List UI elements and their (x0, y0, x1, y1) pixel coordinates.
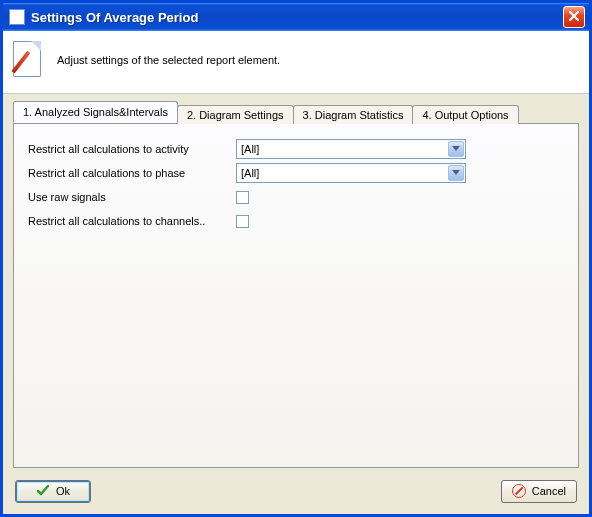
tab-output-options[interactable]: 4. Output Options (412, 105, 518, 124)
ok-button[interactable]: Ok (15, 480, 91, 503)
svg-marker-3 (452, 170, 460, 175)
tab-analyzed-signals[interactable]: 1. Analyzed Signals&Intervals (13, 101, 178, 123)
checkbox-restrict-channels[interactable] (236, 215, 249, 228)
chevron-down-icon (448, 165, 464, 181)
label-use-raw-signals: Use raw signals (28, 191, 236, 203)
button-bar: Ok Cancel (3, 474, 589, 514)
tab-page: Restrict all calculations to activity [A… (13, 123, 579, 468)
row-use-raw-signals: Use raw signals (28, 186, 564, 208)
label-restrict-activity: Restrict all calculations to activity (28, 143, 236, 155)
cancel-button[interactable]: Cancel (501, 480, 577, 503)
tab-diagram-settings[interactable]: 2. Diagram Settings (177, 105, 294, 124)
title-bar: Settings Of Average Period (3, 3, 589, 31)
cancel-icon (512, 484, 526, 498)
row-restrict-channels: Restrict all calculations to channels.. (28, 210, 564, 232)
checkbox-use-raw-signals[interactable] (236, 191, 249, 204)
row-restrict-activity: Restrict all calculations to activity [A… (28, 138, 564, 160)
tab-label: 2. Diagram Settings (187, 109, 284, 121)
dropdown-phase[interactable]: [All] (236, 163, 466, 183)
chevron-down-icon (448, 141, 464, 157)
svg-marker-2 (452, 146, 460, 151)
dropdown-activity-value: [All] (241, 143, 448, 155)
row-restrict-phase: Restrict all calculations to phase [All] (28, 162, 564, 184)
tab-label: 3. Diagram Statistics (303, 109, 404, 121)
label-restrict-channels: Restrict all calculations to channels.. (28, 215, 236, 227)
cancel-button-label: Cancel (532, 485, 566, 497)
app-icon (9, 9, 25, 25)
tab-label: 1. Analyzed Signals&Intervals (23, 106, 168, 118)
header-description: Adjust settings of the selected report e… (57, 54, 280, 66)
body-area: 1. Analyzed Signals&Intervals 2. Diagram… (3, 94, 589, 474)
check-icon (36, 484, 50, 498)
dropdown-phase-value: [All] (241, 167, 448, 179)
close-icon (568, 10, 580, 25)
header-panel: Adjust settings of the selected report e… (3, 31, 589, 94)
document-pen-icon (13, 41, 45, 79)
window-title: Settings Of Average Period (31, 10, 563, 25)
tab-strip: 1. Analyzed Signals&Intervals 2. Diagram… (13, 102, 579, 123)
tab-label: 4. Output Options (422, 109, 508, 121)
ok-button-label: Ok (56, 485, 70, 497)
dropdown-activity[interactable]: [All] (236, 139, 466, 159)
dialog-window: Settings Of Average Period Adjust settin… (0, 0, 592, 517)
tab-diagram-statistics[interactable]: 3. Diagram Statistics (293, 105, 414, 124)
label-restrict-phase: Restrict all calculations to phase (28, 167, 236, 179)
close-button[interactable] (563, 6, 585, 28)
